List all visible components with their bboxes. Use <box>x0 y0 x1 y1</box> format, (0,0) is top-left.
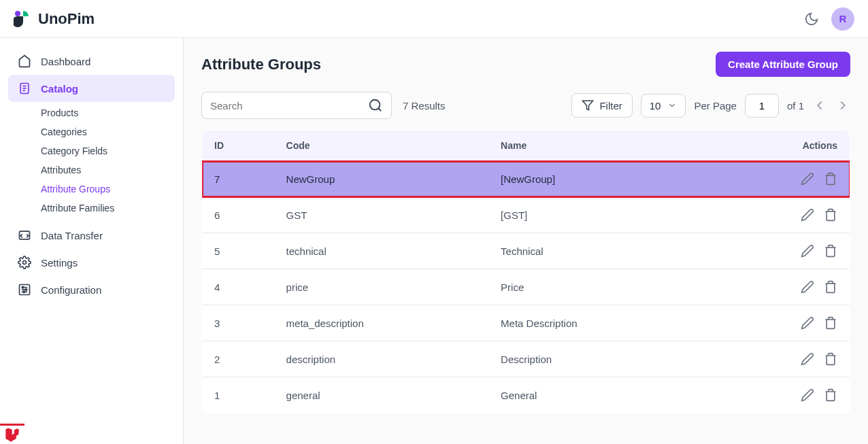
page-header: Attribute Groups Create Attribute Group <box>201 52 850 77</box>
prev-page-button[interactable] <box>812 98 827 113</box>
cell-actions <box>701 161 850 197</box>
table-row[interactable]: 1generalGeneral <box>202 377 850 413</box>
cell-id: 4 <box>202 269 274 305</box>
gear-icon <box>18 256 31 269</box>
subnav-categories[interactable]: Categories <box>41 122 175 141</box>
subnav-attribute-families[interactable]: Attribute Families <box>41 199 175 218</box>
clipboard-icon <box>18 82 31 95</box>
delete-icon[interactable] <box>824 208 837 222</box>
nav-label: Catalog <box>41 83 78 95</box>
page-title: Attribute Groups <box>201 56 321 73</box>
filter-button[interactable]: Filter <box>571 93 632 118</box>
table-row[interactable]: 4pricePrice <box>202 269 850 305</box>
cell-code: price <box>274 269 489 305</box>
table-row[interactable]: 5technicalTechnical <box>202 233 850 269</box>
cell-actions <box>701 269 850 305</box>
page-size-select[interactable]: 10 <box>641 94 686 118</box>
cell-id: 6 <box>202 197 274 233</box>
th-id[interactable]: ID <box>202 131 274 161</box>
per-page-label: Per Page <box>694 100 737 112</box>
th-name[interactable]: Name <box>488 131 701 161</box>
attribute-groups-table: ID Code Name Actions 7NewGroup[NewGroup]… <box>201 130 850 413</box>
svg-point-12 <box>25 289 27 291</box>
cell-actions <box>701 233 850 269</box>
delete-icon[interactable] <box>824 388 837 402</box>
create-attribute-group-button[interactable]: Create Attribute Group <box>716 52 850 77</box>
subnav-attributes[interactable]: Attributes <box>41 160 175 180</box>
page-size-value: 10 <box>650 100 661 112</box>
cell-name: [NewGroup] <box>488 161 701 197</box>
nav-label: Data Transfer <box>41 230 103 241</box>
main-content: Attribute Groups Create Attribute Group … <box>184 38 868 444</box>
edit-icon[interactable] <box>801 316 814 330</box>
cell-id: 7 <box>202 161 274 197</box>
filter-icon <box>582 99 594 112</box>
subnav-products[interactable]: Products <box>41 103 175 122</box>
brand-logo[interactable]: UnoPim <box>14 10 95 29</box>
cell-actions <box>701 305 850 341</box>
svg-point-6 <box>23 261 27 264</box>
brand-name: UnoPim <box>38 10 95 28</box>
edit-icon[interactable] <box>801 172 814 186</box>
laravel-debug-badge[interactable] <box>0 424 24 444</box>
edit-icon[interactable] <box>801 352 814 366</box>
nav-data-transfer[interactable]: Data Transfer <box>8 222 175 249</box>
edit-icon[interactable] <box>801 388 814 402</box>
svg-point-11 <box>22 286 24 288</box>
cell-name: General <box>488 377 701 413</box>
search-input[interactable] <box>210 100 368 112</box>
nav-settings[interactable]: Settings <box>8 249 175 276</box>
cell-id: 2 <box>202 341 274 377</box>
cell-id: 3 <box>202 305 274 341</box>
nav-label: Dashboard <box>41 56 90 67</box>
results-count: 7 Results <box>403 100 446 112</box>
sliders-icon <box>18 283 31 296</box>
nav-label: Settings <box>41 257 78 269</box>
nav-catalog[interactable]: Catalog <box>8 75 175 102</box>
cell-name: Price <box>488 269 701 305</box>
subnav-attribute-groups[interactable]: Attribute Groups <box>41 180 175 199</box>
nav-dashboard[interactable]: Dashboard <box>8 48 175 75</box>
subnav-category-fields[interactable]: Category Fields <box>41 141 175 160</box>
cell-name: Technical <box>488 233 701 269</box>
th-code[interactable]: Code <box>274 131 489 161</box>
table-row[interactable]: 6GST[GST] <box>202 197 850 233</box>
search-box[interactable] <box>201 92 392 119</box>
next-page-button[interactable] <box>835 98 850 113</box>
table-row[interactable]: 7NewGroup[NewGroup] <box>202 161 850 197</box>
delete-icon[interactable] <box>824 244 837 258</box>
delete-icon[interactable] <box>824 352 837 366</box>
cell-code: description <box>274 341 489 377</box>
cell-code: NewGroup <box>274 161 489 197</box>
transfer-icon <box>18 228 31 242</box>
chevron-down-icon <box>667 101 677 110</box>
svg-marker-16 <box>583 101 593 110</box>
delete-icon[interactable] <box>824 172 837 186</box>
nav-configuration[interactable]: Configuration <box>8 276 175 303</box>
cell-actions <box>701 197 850 233</box>
cell-code: general <box>274 377 489 413</box>
page-number-input[interactable] <box>745 94 779 118</box>
edit-icon[interactable] <box>801 280 814 294</box>
edit-icon[interactable] <box>801 244 814 258</box>
home-icon <box>18 54 31 68</box>
svg-point-13 <box>23 291 25 293</box>
edit-icon[interactable] <box>801 208 814 222</box>
table-row[interactable]: 3meta_descriptionMeta Description <box>202 305 850 341</box>
table-row[interactable]: 2descriptionDescription <box>202 341 850 377</box>
svg-point-14 <box>370 100 380 110</box>
page-of-text: of 1 <box>787 100 804 112</box>
topbar-right: R <box>804 7 854 31</box>
avatar[interactable]: R <box>831 7 854 31</box>
cell-code: GST <box>274 197 489 233</box>
toolbar: 7 Results Filter 10 Per Page of 1 <box>201 92 850 119</box>
cell-code: meta_description <box>274 305 489 341</box>
delete-icon[interactable] <box>824 316 837 330</box>
cell-name: [GST] <box>488 197 701 233</box>
filter-label: Filter <box>599 100 622 112</box>
dark-mode-icon[interactable] <box>804 12 819 27</box>
cell-id: 1 <box>202 377 274 413</box>
th-actions: Actions <box>701 131 850 161</box>
delete-icon[interactable] <box>824 280 837 294</box>
catalog-submenu: Products Categories Category Fields Attr… <box>41 103 175 218</box>
